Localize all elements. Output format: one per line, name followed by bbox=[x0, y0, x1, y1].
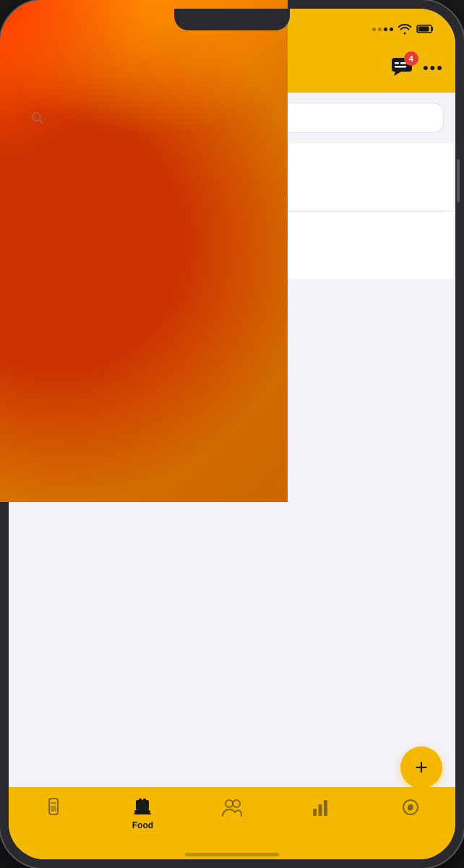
svg-point-46 bbox=[233, 800, 240, 807]
svg-rect-49 bbox=[324, 800, 327, 816]
header-actions: 4 ••• bbox=[391, 57, 444, 79]
svg-rect-10 bbox=[395, 62, 399, 64]
drink-icon bbox=[44, 797, 63, 817]
svg-point-45 bbox=[225, 800, 233, 807]
svg-rect-43 bbox=[134, 810, 150, 813]
svg-rect-40 bbox=[136, 800, 149, 810]
people-icon bbox=[220, 797, 244, 817]
svg-rect-48 bbox=[318, 804, 322, 816]
more-button[interactable]: ••• bbox=[423, 59, 444, 77]
food-nav-label: Food bbox=[132, 820, 153, 830]
phone-shell: 2:30 bbox=[0, 0, 464, 868]
food-icon bbox=[132, 797, 153, 817]
svg-marker-9 bbox=[394, 72, 401, 76]
search-icon bbox=[31, 111, 44, 124]
home-indicator bbox=[9, 852, 455, 859]
chat-button[interactable]: 4 bbox=[391, 57, 413, 79]
svg-rect-47 bbox=[313, 809, 317, 816]
svg-line-14 bbox=[40, 120, 43, 124]
svg-rect-1 bbox=[418, 27, 429, 32]
notification-badge: 4 bbox=[404, 51, 418, 66]
nav-item-people[interactable] bbox=[187, 794, 277, 820]
stats-icon bbox=[312, 797, 332, 817]
nav-item-stats[interactable] bbox=[277, 794, 366, 820]
wifi-icon bbox=[398, 23, 412, 35]
battery-icon bbox=[416, 24, 435, 34]
avatar bbox=[38, 51, 73, 85]
nav-item-drink[interactable] bbox=[9, 794, 98, 820]
svg-rect-39 bbox=[51, 806, 56, 812]
status-icons bbox=[372, 23, 435, 35]
phone-screen: 2:30 bbox=[9, 9, 455, 859]
svg-rect-41 bbox=[139, 799, 142, 801]
home-bar bbox=[185, 853, 279, 856]
settings-icon: € bbox=[400, 797, 421, 817]
svg-rect-44 bbox=[134, 813, 151, 814]
notch bbox=[174, 9, 290, 30]
header: ‹ My association bbox=[9, 43, 455, 93]
nav-item-settings[interactable]: € bbox=[366, 794, 455, 820]
svg-rect-12 bbox=[395, 66, 406, 68]
svg-text:€: € bbox=[408, 805, 411, 812]
add-fab-button[interactable]: + bbox=[400, 746, 442, 788]
bottom-nav: Food bbox=[9, 787, 455, 852]
nav-item-food[interactable]: Food bbox=[98, 794, 188, 833]
svg-rect-42 bbox=[143, 799, 146, 801]
signal-icon bbox=[372, 27, 393, 31]
